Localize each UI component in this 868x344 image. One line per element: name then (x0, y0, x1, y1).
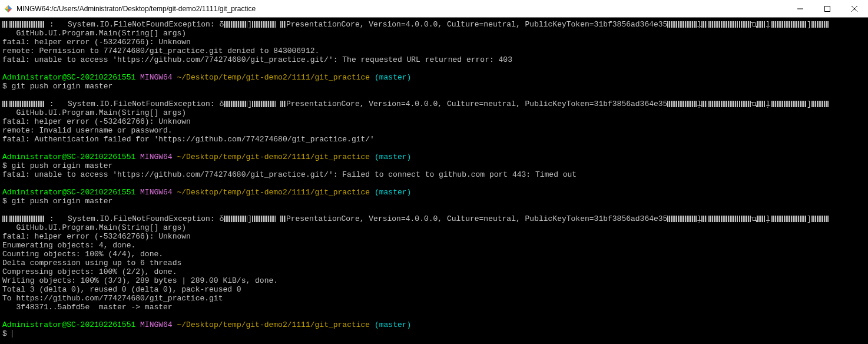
svg-rect-6 (825, 6, 830, 11)
svg-marker-2 (8, 9, 12, 12)
window-titlebar: MINGW64:/c/Users/Administrator/Desktop/t… (0, 0, 868, 18)
minimize-button[interactable] (787, 0, 814, 17)
close-button[interactable] (841, 0, 868, 17)
titlebar-left: MINGW64:/c/Users/Administrator/Desktop/t… (0, 4, 256, 14)
svg-marker-4 (5, 5, 8, 9)
app-icon (4, 4, 13, 14)
svg-marker-1 (8, 5, 12, 9)
window-title: MINGW64:/c/Users/Administrator/Desktop/t… (16, 5, 256, 13)
window-controls (787, 0, 868, 17)
terminal-output[interactable]: : System.IO.FileNotFoundException: δ] Pr… (0, 18, 868, 340)
svg-marker-3 (5, 9, 8, 12)
maximize-button[interactable] (814, 0, 841, 17)
